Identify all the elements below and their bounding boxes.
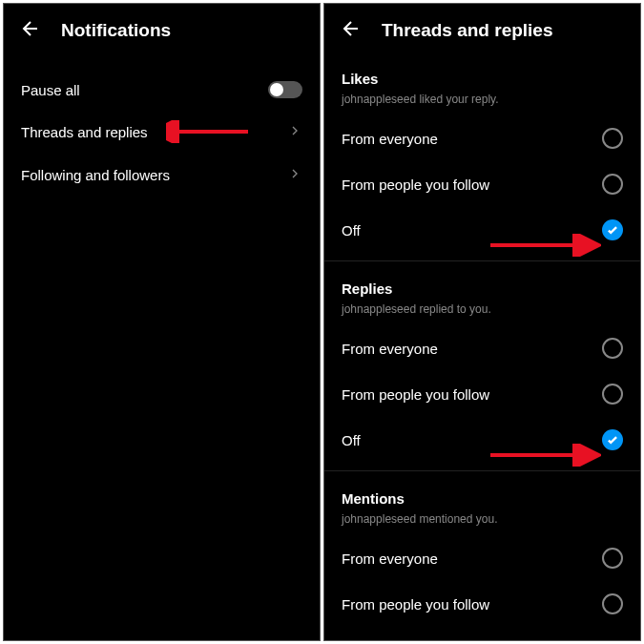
threads-replies-row[interactable]: Threads and replies — [4, 111, 320, 154]
section-subtitle-likes: johnappleseed liked your reply. — [324, 91, 640, 115]
threads-replies-label: Threads and replies — [21, 124, 148, 140]
likes-from-everyone-row[interactable]: From everyone — [324, 115, 640, 161]
radio-unselected[interactable] — [602, 338, 623, 359]
header-right: Threads and replies — [324, 4, 640, 57]
option-label: From everyone — [342, 341, 438, 357]
mentions-from-following-row[interactable]: From people you follow — [324, 581, 640, 627]
option-label: From people you follow — [342, 596, 489, 613]
threads-replies-panel: Threads and replies Likes johnappleseed … — [323, 3, 641, 641]
back-arrow-icon[interactable] — [19, 17, 42, 44]
replies-off-row[interactable]: Off — [324, 417, 640, 463]
back-arrow-icon[interactable] — [340, 17, 363, 44]
option-label: Off — [342, 222, 361, 239]
mentions-from-everyone-row[interactable]: From everyone — [324, 535, 640, 581]
section-title-likes: Likes — [324, 57, 640, 91]
pause-all-label: Pause all — [21, 82, 80, 98]
radio-unselected[interactable] — [602, 548, 623, 569]
section-title-replies: Replies — [324, 267, 640, 301]
option-label: From everyone — [342, 131, 438, 147]
option-label: Off — [342, 432, 361, 448]
radio-unselected[interactable] — [602, 593, 623, 614]
page-title: Threads and replies — [382, 20, 553, 41]
option-label: From everyone — [342, 551, 438, 567]
radio-selected[interactable] — [602, 219, 623, 240]
radio-selected[interactable] — [602, 429, 623, 450]
chevron-right-icon — [287, 123, 302, 141]
pause-all-toggle[interactable] — [268, 81, 302, 98]
following-followers-row[interactable]: Following and followers — [4, 154, 320, 197]
option-label: From people you follow — [342, 386, 489, 403]
divider — [324, 260, 640, 261]
likes-off-row[interactable]: Off — [324, 207, 640, 253]
radio-unselected[interactable] — [602, 384, 623, 405]
header-left: Notifications — [4, 4, 320, 57]
replies-from-following-row[interactable]: From people you follow — [324, 371, 640, 417]
pause-all-row[interactable]: Pause all — [4, 69, 320, 111]
section-title-mentions: Mentions — [324, 477, 640, 510]
option-label: From people you follow — [342, 177, 489, 193]
chevron-right-icon — [287, 166, 302, 184]
section-subtitle-replies: johnappleseed replied to you. — [324, 301, 640, 325]
likes-from-following-row[interactable]: From people you follow — [324, 161, 640, 207]
following-followers-label: Following and followers — [21, 167, 170, 183]
page-title: Notifications — [61, 20, 171, 41]
radio-unselected[interactable] — [602, 174, 623, 195]
replies-from-everyone-row[interactable]: From everyone — [324, 325, 640, 371]
notifications-panel: Notifications Pause all Threads and repl… — [3, 3, 321, 641]
section-subtitle-mentions: johnappleseed mentioned you. — [324, 510, 640, 535]
divider — [324, 470, 640, 471]
radio-unselected[interactable] — [602, 128, 623, 149]
